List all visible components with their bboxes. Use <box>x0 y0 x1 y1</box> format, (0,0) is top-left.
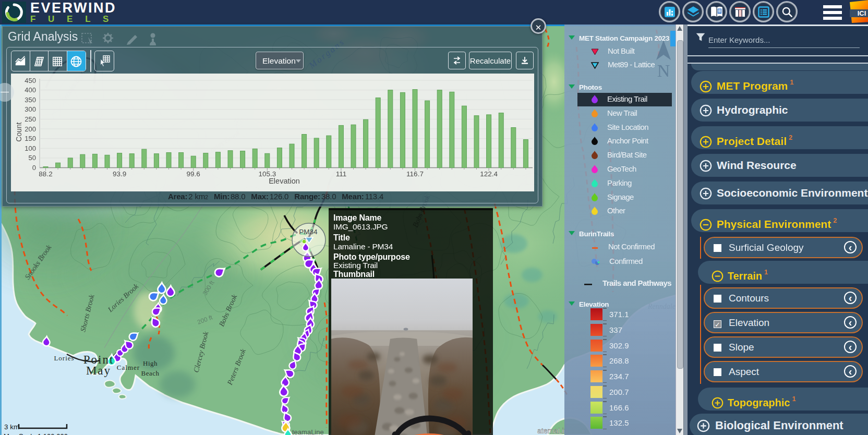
svg-text:122.4: 122.4 <box>480 170 498 178</box>
svg-text:PM34: PM34 <box>299 228 318 236</box>
svg-text:250: 250 <box>25 115 36 123</box>
svg-text:111: 111 <box>336 170 347 178</box>
svg-text:May: May <box>86 364 111 377</box>
svg-text:ICI: ICI <box>858 9 866 17</box>
svg-text:99.6: 99.6 <box>187 170 200 178</box>
svg-text:150: 150 <box>25 135 36 142</box>
svg-text:Lories: Lories <box>54 354 74 362</box>
svg-text:Elevation: Elevation <box>269 177 300 185</box>
svg-text:Beach: Beach <box>141 369 160 377</box>
svg-text:50: 50 <box>29 154 36 162</box>
svg-text:Count: Count <box>15 122 23 141</box>
svg-text:350: 350 <box>25 96 36 104</box>
svg-text:400: 400 <box>25 86 36 94</box>
svg-text:88.2: 88.2 <box>39 170 52 178</box>
svg-text:93.9: 93.9 <box>113 170 126 178</box>
svg-text:0: 0 <box>32 164 36 172</box>
svg-text:450: 450 <box>25 77 36 84</box>
svg-text:High: High <box>143 359 158 367</box>
svg-text:N: N <box>657 61 670 80</box>
svg-text:Calmer: Calmer <box>117 364 140 371</box>
svg-text:Map Scale 1:100,000: Map Scale 1:100,000 <box>4 432 68 435</box>
svg-text:116.7: 116.7 <box>406 170 424 178</box>
svg-text:teamaLine: teamaLine <box>292 428 324 435</box>
svg-text:aternaLin: aternaLin <box>537 427 568 435</box>
svg-text:200: 200 <box>25 125 36 133</box>
svg-text:300: 300 <box>25 105 36 113</box>
svg-text:3 km: 3 km <box>4 423 19 431</box>
svg-text:100: 100 <box>25 144 36 152</box>
